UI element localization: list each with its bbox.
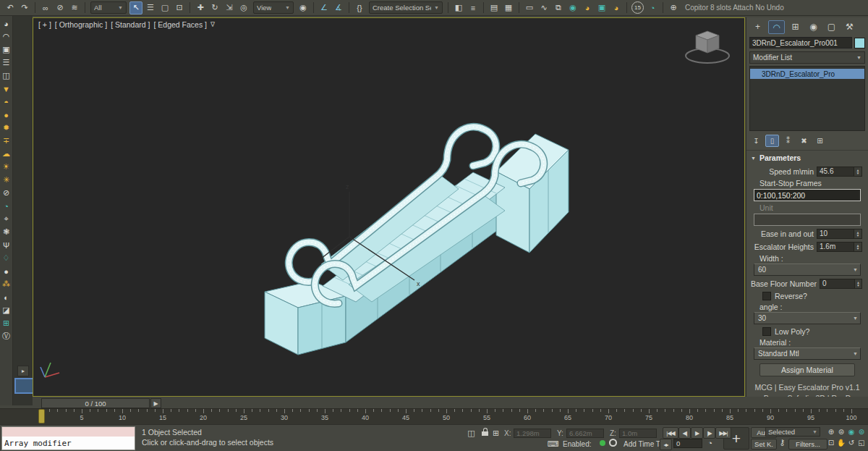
time-configuration-icon[interactable]: ◔	[705, 437, 715, 448]
redo-icon[interactable]: ↷	[18, 1, 31, 14]
edit-named-selection-sets-icon[interactable]: {}	[353, 1, 366, 14]
previous-frame-button[interactable]: ◀|	[678, 427, 691, 439]
copitor-target-icon[interactable]: ⊕	[667, 1, 680, 14]
zoom-extents-icon[interactable]: ◉	[846, 426, 856, 437]
use-pivot-point-center-icon[interactable]: ◉	[297, 1, 310, 14]
x-coordinate-field[interactable]: 1.298m	[514, 429, 551, 438]
zoom-all-icon[interactable]: ⊜	[836, 426, 846, 437]
select-and-place-icon[interactable]: ◎	[237, 1, 250, 14]
selection-filter-dropdown[interactable]: All▼	[90, 1, 127, 14]
viewport[interactable]: z x [ + ] [ Orthographic ] [ Standard ] …	[33, 17, 745, 397]
align-icon[interactable]: ≡	[467, 1, 480, 14]
object-color-swatch[interactable]	[854, 38, 865, 49]
sphere-light-icon[interactable]: ●	[1, 109, 12, 120]
geodesic-light-icon[interactable]: ✹	[1, 122, 12, 133]
width-dropdown[interactable]: 60 ▼	[754, 264, 861, 276]
next-frame-button[interactable]: |▶	[703, 427, 715, 439]
speed-field[interactable]: 45.6	[817, 167, 854, 177]
modifier-stack[interactable]: 3DRnD_Escalator_Pro	[749, 66, 865, 131]
time-slider[interactable]: 0 / 100	[41, 398, 150, 408]
dome-icon[interactable]: ◠	[1, 31, 12, 42]
base-floor-field[interactable]: 0	[820, 279, 855, 289]
maxscript-mini-listener[interactable]: Array modifier	[1, 426, 135, 450]
z-coordinate-field[interactable]: 1.0m	[619, 429, 657, 438]
viewport-menu-pov[interactable]: [ Orthographic ]	[55, 20, 107, 29]
unlink-selection-icon[interactable]: ⊘	[54, 1, 67, 14]
override-material-icon[interactable]: ◪	[1, 305, 12, 316]
mirror-icon[interactable]: ◧	[452, 1, 465, 14]
start-stop-frames-field[interactable]: 0:100,150:200	[754, 189, 861, 201]
key-mode-toggle[interactable]: ◂▸	[660, 439, 672, 450]
track-bar[interactable]: 5101520253035404550556065707580859095100	[0, 408, 868, 426]
render-teapot-icon[interactable]: ◕	[1, 18, 12, 29]
absolute-offset-mode-icon[interactable]: ⊞	[490, 428, 501, 439]
create-selection-set-dropdown[interactable]: Create Selection Set▼	[369, 1, 443, 14]
clock-icon[interactable]: ◔	[646, 1, 659, 14]
toggle-ribbon-icon[interactable]: ▭	[523, 1, 536, 14]
rendered-frame-window-icon[interactable]: ▣	[595, 1, 608, 14]
key-filters-button[interactable]: Filters...	[788, 439, 827, 450]
pan-icon[interactable]: ✋	[836, 437, 846, 448]
show-end-result-button[interactable]: ▯	[765, 135, 779, 147]
create-tab[interactable]: +	[750, 20, 765, 33]
vray-logo-icon[interactable]: Ⓥ	[1, 331, 12, 342]
plane-light-icon[interactable]: ∓	[1, 135, 12, 146]
pie-icon[interactable]: ◔	[1, 201, 12, 211]
viewport-menu-style[interactable]: [ Edged Faces ]	[153, 20, 207, 29]
curve-editor-icon[interactable]: ∿	[537, 1, 550, 14]
material-spheres-icon[interactable]: ⁂	[1, 279, 12, 290]
keyboard-override-icon[interactable]: ⌨	[548, 439, 558, 450]
viewport-menu-general[interactable]: [ + ]	[38, 20, 51, 29]
selection-lock-icon[interactable]	[482, 431, 488, 436]
configure-modifier-sets-button[interactable]: ⊞	[813, 135, 827, 147]
viewport-filter-icon[interactable]: ∇	[210, 21, 215, 28]
select-and-rotate-icon[interactable]: ↻	[208, 1, 221, 14]
rectangular-selection-region-icon[interactable]: ▢	[158, 1, 171, 14]
street-lamp-icon[interactable]: ⌖	[1, 214, 12, 224]
play-button[interactable]: ▶	[691, 427, 703, 439]
toggle-layer-explorer-icon[interactable]: ▦	[502, 1, 515, 14]
window-crossing-icon[interactable]: ⊡	[173, 1, 186, 14]
render-elements-icon[interactable]: ⊞	[1, 318, 12, 329]
display-tab[interactable]: ▢	[824, 20, 839, 33]
ease-field[interactable]: 10	[817, 229, 854, 239]
select-object-icon[interactable]: ↖	[129, 1, 142, 14]
base-floor-spinner[interactable]: ▲▼	[855, 279, 862, 289]
light-lister-icon[interactable]: ☰	[1, 57, 12, 68]
zoom-icon[interactable]: ⊕	[826, 426, 836, 437]
fire-icon[interactable]: ♢	[1, 253, 12, 264]
palette-icon[interactable]: ◐	[1, 292, 12, 303]
utilities-tab[interactable]: ⚒	[842, 20, 857, 33]
next-frame-arrow-button[interactable]: ▶	[150, 398, 161, 408]
viewport-layout-tab[interactable]	[14, 378, 34, 394]
go-to-end-button[interactable]: ▶▶|	[715, 427, 731, 439]
material-dropdown[interactable]: Standard Mtl ▼	[754, 347, 861, 360]
assign-material-button[interactable]: Assign Material	[760, 363, 855, 376]
snaps-toggle-icon[interactable]: ∠	[318, 1, 331, 14]
viewport-layout-flyout-button[interactable]: ▸	[17, 366, 29, 376]
motion-tab[interactable]: ◉	[806, 20, 821, 33]
y-coordinate-field[interactable]: 6.662m	[566, 429, 604, 438]
render-setup-icon[interactable]: ◕	[581, 1, 594, 14]
render-production-icon[interactable]: ◕	[610, 1, 623, 14]
schematic-view-icon[interactable]: ⧉	[552, 1, 565, 14]
object-name-field[interactable]: 3DRnD_Escalator_Pro001	[749, 37, 852, 49]
modifier-list-dropdown[interactable]: Modifier List ▼	[749, 51, 865, 64]
select-by-name-icon[interactable]: ☰	[144, 1, 157, 14]
modify-tab[interactable]: ◠	[768, 20, 785, 34]
remove-modifier-button[interactable]: ✖	[797, 135, 811, 147]
pin-stack-button[interactable]: ↧	[749, 135, 763, 147]
undo-icon[interactable]: ↶	[4, 1, 17, 14]
time-slider-handle[interactable]	[38, 409, 45, 423]
escalator-heights-field[interactable]: 1.6m	[817, 242, 854, 252]
maximize-viewport-icon[interactable]: ◱	[856, 437, 867, 448]
reverse-checkbox[interactable]	[762, 292, 771, 300]
select-and-link-icon[interactable]: ∞	[39, 1, 52, 14]
zoom-extents-all-icon[interactable]: ⊛	[856, 426, 867, 437]
angle-dropdown[interactable]: 30 ▼	[754, 312, 861, 324]
low-poly-checkbox[interactable]	[762, 327, 771, 336]
isolate-selection-icon[interactable]: ◫	[466, 428, 477, 439]
listener-macro-line[interactable]	[2, 427, 135, 437]
material-sphere-icon[interactable]: ●	[1, 266, 12, 277]
grass-icon[interactable]: Ψ	[1, 240, 12, 250]
